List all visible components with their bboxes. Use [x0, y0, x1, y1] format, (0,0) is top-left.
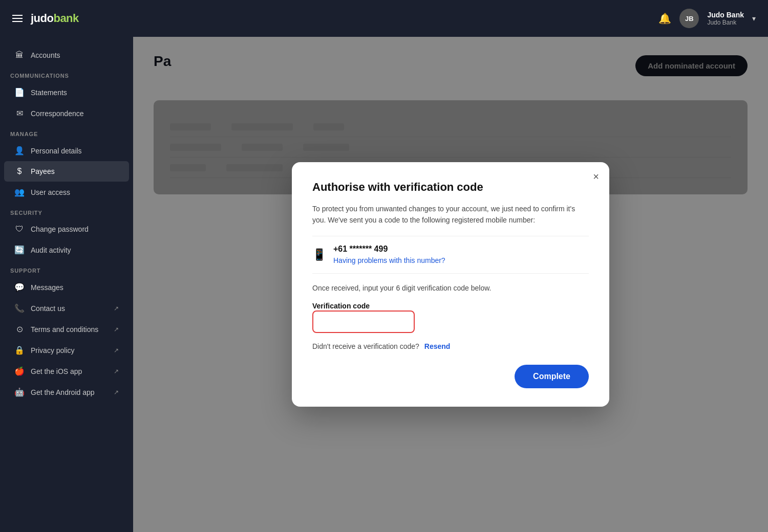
sidebar-item-correspondence[interactable]: ✉ Correspondence: [4, 103, 129, 124]
modal-overlay: × Authorise with verification code To pr…: [133, 37, 768, 532]
sidebar-item-audit-activity[interactable]: 🔄 Audit activity: [4, 239, 129, 260]
sidebar-item-payees[interactable]: $ Payees: [4, 161, 129, 182]
modal-footer: Complete: [312, 365, 589, 388]
topnav-right: 🔔 JB Judo Bank Judo Bank ▾: [658, 9, 756, 28]
modal-description: To protect you from unwanted changes to …: [312, 203, 589, 226]
sidebar-item-user-access[interactable]: 👥 User access: [4, 182, 129, 203]
resend-row: Didn't receive a verification code? Rese…: [312, 342, 589, 350]
payees-icon: $: [14, 167, 25, 176]
messages-icon: 💬: [14, 282, 25, 292]
modal-instruction: Once received, input your 6 digit verifi…: [312, 284, 589, 292]
phone-row: 📱 +61 ******* 499 Having problems with t…: [312, 236, 589, 274]
user-menu-chevron-down-icon[interactable]: ▾: [752, 14, 756, 23]
accounts-icon: 🏛: [14, 51, 25, 60]
topnav-left: judobank: [12, 12, 79, 25]
sidebar-item-personal-details[interactable]: 👤 Personal details: [4, 140, 129, 161]
resend-link[interactable]: Resend: [424, 342, 451, 350]
sidebar-item-label: Privacy policy: [31, 346, 75, 354]
verification-modal: × Authorise with verification code To pr…: [292, 162, 609, 407]
sidebar-section-support: SUPPORT: [0, 260, 133, 277]
phone-icon: 📱: [312, 248, 326, 261]
logo-suffix: bank: [53, 12, 78, 25]
sidebar-item-label: Get the Android app: [31, 388, 95, 396]
avatar: JB: [679, 9, 699, 28]
user-access-icon: 👥: [14, 187, 25, 197]
sidebar-item-accounts[interactable]: 🏛 Accounts: [4, 45, 129, 65]
verification-code-input[interactable]: [312, 311, 415, 333]
sidebar-item-ios-app[interactable]: 🍎 Get the iOS app ↗: [4, 361, 129, 382]
sidebar-item-android-app[interactable]: 🤖 Get the Android app ↗: [4, 382, 129, 403]
sidebar-item-label: User access: [31, 188, 70, 196]
modal-title: Authorise with verification code: [312, 181, 589, 194]
external-link-icon: ↗: [114, 368, 119, 375]
verification-code-label: Verification code: [312, 302, 370, 310]
sidebar-section-manage: MANAGE: [0, 124, 133, 140]
topnav: judobank 🔔 JB Judo Bank Judo Bank ▾: [0, 0, 768, 37]
terms-icon: ⊙: [14, 324, 25, 334]
sidebar-item-label: Personal details: [31, 147, 82, 155]
sidebar-item-label: Statements: [31, 88, 67, 97]
sidebar-item-label: Contact us: [31, 304, 65, 313]
android-app-icon: 🤖: [14, 387, 25, 397]
sidebar-item-statements[interactable]: 📄 Statements: [4, 82, 129, 103]
app-logo: judobank: [31, 12, 79, 25]
logo-prefix: judo: [31, 12, 53, 25]
sidebar-item-label: Audit activity: [31, 246, 71, 254]
sidebar-section-security: SECURITY: [0, 203, 133, 219]
resend-text: Didn't receive a verification code?: [312, 342, 419, 350]
sidebar-item-change-password[interactable]: 🛡 Change password: [4, 219, 129, 239]
privacy-icon: 🔒: [14, 345, 25, 355]
personal-details-icon: 👤: [14, 146, 25, 156]
sidebar-item-label: Messages: [31, 283, 63, 292]
hamburger-menu[interactable]: [12, 15, 23, 22]
user-info: Judo Bank Judo Bank: [707, 11, 744, 26]
correspondence-icon: ✉: [14, 108, 25, 118]
sidebar-item-terms[interactable]: ⊙ Terms and conditions ↗: [4, 319, 129, 340]
phone-problem-link[interactable]: Having problems with this number?: [333, 256, 445, 264]
user-sub: Judo Bank: [707, 19, 744, 26]
sidebar-item-label: Terms and conditions: [31, 325, 98, 334]
change-password-icon: 🛡: [14, 225, 25, 234]
sidebar-item-label: Payees: [31, 167, 55, 175]
external-link-icon: ↗: [114, 389, 119, 396]
ios-app-icon: 🍎: [14, 366, 25, 376]
sidebar-item-label: Accounts: [31, 51, 60, 59]
user-name: Judo Bank: [707, 11, 744, 19]
sidebar-item-messages[interactable]: 💬 Messages: [4, 277, 129, 298]
statements-icon: 📄: [14, 87, 25, 97]
sidebar-item-label: Change password: [31, 225, 89, 233]
sidebar: 🏛 Accounts COMMUNICATIONS 📄 Statements ✉…: [0, 37, 133, 532]
main-content: Pa Add nominated account: [133, 37, 768, 532]
sidebar-item-privacy[interactable]: 🔒 Privacy policy ↗: [4, 340, 129, 361]
audit-activity-icon: 🔄: [14, 245, 25, 255]
layout: 🏛 Accounts COMMUNICATIONS 📄 Statements ✉…: [0, 37, 768, 532]
phone-number: +61 ******* 499: [333, 245, 445, 254]
notification-bell-icon[interactable]: 🔔: [658, 12, 671, 25]
sidebar-item-label: Get the iOS app: [31, 367, 82, 375]
complete-button[interactable]: Complete: [515, 365, 589, 388]
external-link-icon: ↗: [114, 347, 119, 354]
sidebar-section-communications: COMMUNICATIONS: [0, 65, 133, 82]
sidebar-item-contact-us[interactable]: 📞 Contact us ↗: [4, 298, 129, 319]
phone-details: +61 ******* 499 Having problems with thi…: [333, 245, 445, 265]
external-link-icon: ↗: [114, 326, 119, 333]
sidebar-item-label: Correspondence: [31, 109, 84, 118]
contact-icon: 📞: [14, 303, 25, 313]
external-link-icon: ↗: [114, 305, 119, 312]
modal-close-button[interactable]: ×: [593, 171, 599, 182]
